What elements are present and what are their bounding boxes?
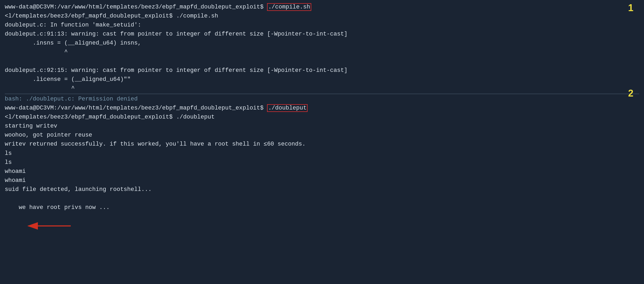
terminal-line-5: .insns = (__aligned_u64) insns, (5, 39, 639, 48)
arrow-svg (26, 221, 73, 231)
terminal-line-23: we have root privs now ... (5, 194, 639, 249)
terminal-line-4: doubleput.c:91:13: warning: cast from po… (5, 30, 639, 39)
terminal-line-2: <l/templates/beez3/ebpf_mapfd_doubleput_… (5, 12, 639, 21)
terminal-line-18: ls (5, 149, 639, 158)
terminal-line-1: www-data@DC3VM:/var/www/html/templates/b… (5, 3, 639, 12)
terminal-line-10: ^ (5, 84, 639, 93)
terminal-line-21: whoami (5, 176, 639, 185)
terminal-line-3: doubleput.c: In function 'make_setuid': (5, 21, 639, 30)
terminal-line-9: .license = (__aligned_u64)"" (5, 75, 639, 84)
terminal-line-6: ^ (5, 48, 639, 57)
command-doubleput: ./doubleput (267, 104, 308, 112)
annotation-1: 1 (628, 1, 633, 15)
terminal-line-17: writev returned successfully. if this wo… (5, 140, 639, 149)
terminal-line-8: doubleput.c:92:15: warning: cast from po… (5, 66, 639, 75)
terminal-line-20: whoami (5, 167, 639, 176)
root-privs-text: we have root privs now ... (19, 204, 110, 211)
terminal-line-14: <l/templates/beez3/ebpf_mapfd_doubleput_… (5, 113, 639, 122)
terminal-line-12: bash: ./doubleput.c: Permission denied (5, 95, 639, 104)
section-divider (5, 94, 639, 94)
terminal-line-19: ls (5, 158, 639, 167)
terminal-line-16: woohoo, got pointer reuse (5, 131, 639, 140)
terminal-line-13: www-data@DC3VM:/var/www/html/templates/b… (5, 104, 639, 113)
command-compile: ./compile.sh (267, 3, 311, 11)
annotation-2: 2 (628, 86, 633, 101)
terminal-line-15: starting writev (5, 122, 639, 131)
red-arrow-icon (5, 223, 73, 238)
terminal-line-7 (5, 57, 639, 66)
terminal: 1 www-data@DC3VM:/var/www/html/templates… (0, 0, 644, 251)
prompt-prefix-1: www-data@DC3VM:/var/www/html/templates/b… (5, 4, 267, 10)
terminal-line-22: suid file detected, launching rootshell.… (5, 185, 639, 194)
prompt-prefix-2: www-data@DC3VM:/var/www/html/templates/b… (5, 105, 267, 111)
